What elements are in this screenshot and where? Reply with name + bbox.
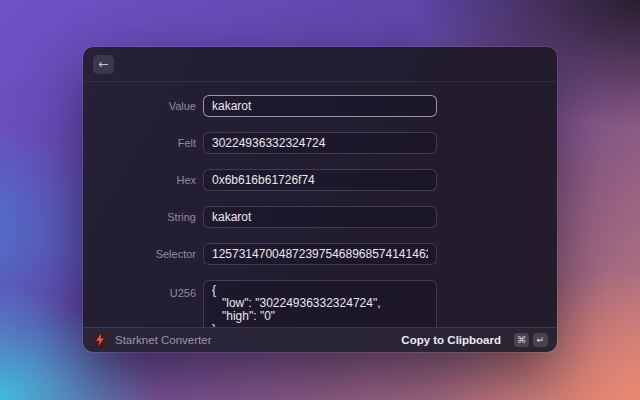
selector-input[interactable] (203, 243, 437, 265)
lightning-icon (92, 332, 108, 348)
starknet-converter-window: ← Value Felt Hex String Selector U256 { … (83, 47, 557, 352)
u256-textarea[interactable]: { "low": "30224936332324724", "high": "0… (203, 280, 437, 327)
value-label: Value (83, 95, 196, 117)
back-button[interactable]: ← (93, 55, 114, 74)
form: Value Felt Hex String Selector U256 { "l… (83, 82, 557, 327)
form-row-u256: U256 { "low": "30224936332324724", "high… (83, 280, 557, 327)
felt-label: Felt (83, 132, 196, 154)
form-row-hex: Hex (83, 169, 557, 191)
cmd-key-icon: ⌘ (514, 333, 529, 347)
string-input[interactable] (203, 206, 437, 228)
hex-label: Hex (83, 169, 196, 191)
u256-label: U256 (83, 280, 196, 300)
enter-key-icon: ↵ (533, 333, 548, 347)
string-label: String (83, 206, 196, 228)
form-row-string: String (83, 206, 557, 228)
form-row-felt: Felt (83, 132, 557, 154)
window-header: ← (83, 47, 557, 82)
selector-label: Selector (83, 243, 196, 265)
copy-to-clipboard-button[interactable]: Copy to Clipboard (401, 334, 501, 346)
footer-bar: Starknet Converter Copy to Clipboard ⌘ ↵ (83, 327, 557, 352)
felt-input[interactable] (203, 132, 437, 154)
app-name: Starknet Converter (115, 334, 212, 346)
hex-input[interactable] (203, 169, 437, 191)
value-input[interactable] (203, 95, 437, 117)
form-row-value: Value (83, 95, 557, 117)
form-row-selector: Selector (83, 243, 557, 265)
